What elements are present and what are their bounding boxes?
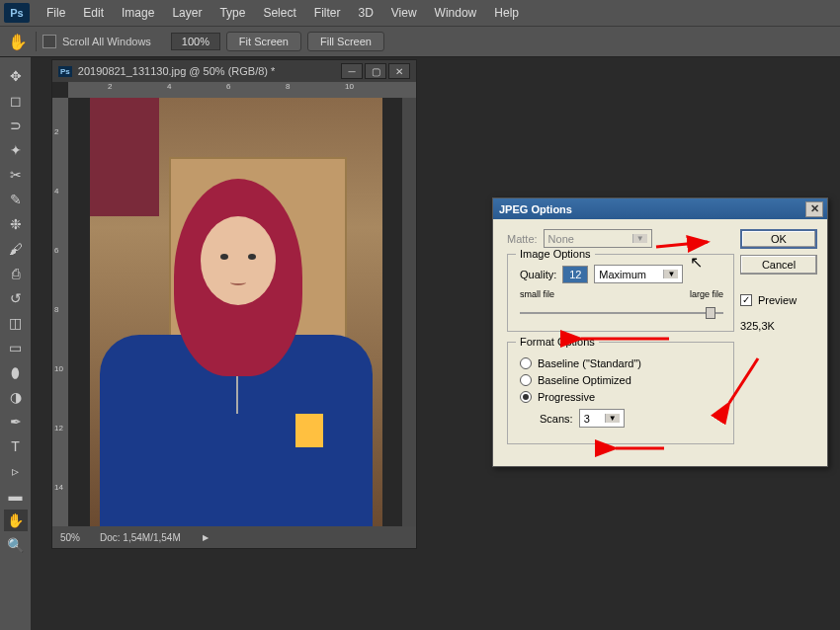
fit-screen-button[interactable]: Fit Screen — [226, 32, 301, 51]
menu-filter[interactable]: Filter — [305, 2, 350, 24]
scroll-all-label: Scroll All Windows — [62, 36, 151, 47]
progressive-radio[interactable] — [520, 391, 532, 403]
scans-select[interactable]: 3▼ — [579, 409, 625, 428]
scans-label: Scans: — [540, 413, 573, 425]
image-options-legend: Image Options — [516, 248, 595, 260]
ok-button[interactable]: OK — [740, 229, 817, 249]
baseline-opt-radio[interactable] — [520, 374, 532, 386]
ps-mini-icon: Ps — [58, 66, 72, 77]
scroll-all-checkbox[interactable] — [42, 35, 56, 48]
type-tool[interactable]: T — [4, 435, 28, 457]
app-logo: Ps — [4, 3, 30, 23]
brush-tool[interactable]: 🖌 — [4, 238, 28, 260]
menu-3d[interactable]: 3D — [349, 2, 381, 24]
filesize-label: 325,3K — [740, 320, 817, 332]
fill-screen-button[interactable]: Fill Screen — [307, 32, 384, 51]
shape-tool[interactable]: ▬ — [4, 485, 28, 507]
baseline-std-radio[interactable] — [520, 357, 532, 369]
format-options-group: Format Options Baseline ("Standard") Bas… — [507, 342, 734, 444]
tools-panel: ✥ ◻ ⊃ ✦ ✂ ✎ ❉ 🖌 ⎙ ↺ ◫ ▭ ⬮ ◑ ✒ T ▹ ▬ ✋ 🔍 — [0, 57, 32, 630]
menu-layer[interactable]: Layer — [163, 2, 210, 24]
menu-bar: Ps File Edit Image Layer Type Select Fil… — [0, 0, 840, 26]
maximize-button[interactable]: ▢ — [365, 63, 386, 79]
baseline-std-label: Baseline ("Standard") — [538, 357, 641, 369]
hand-tool-icon: ✋ — [6, 30, 30, 53]
quality-slider[interactable] — [520, 305, 723, 321]
menu-help[interactable]: Help — [485, 2, 528, 24]
move-tool[interactable]: ✥ — [4, 65, 28, 87]
menu-select[interactable]: Select — [254, 2, 304, 24]
format-options-legend: Format Options — [516, 336, 599, 348]
zoom-input[interactable]: 100% — [171, 33, 220, 50]
menu-view[interactable]: View — [382, 2, 426, 24]
matte-label: Matte: — [507, 233, 538, 245]
document-window: Ps 20190821_131130.jpg @ 50% (RGB/8) * ─… — [51, 59, 417, 549]
marquee-tool[interactable]: ◻ — [4, 90, 28, 112]
dodge-tool[interactable]: ◑ — [4, 386, 28, 408]
dialog-titlebar[interactable]: JPEG Options ✕ — [493, 198, 827, 219]
horizontal-ruler: 2 4 6 8 10 — [68, 82, 416, 98]
document-tab[interactable]: Ps 20190821_131130.jpg @ 50% (RGB/8) * ─… — [52, 60, 416, 82]
dialog-title: JPEG Options — [499, 203, 572, 215]
small-file-label: small file — [520, 289, 554, 299]
slider-thumb[interactable] — [706, 307, 715, 319]
hand-tool[interactable]: ✋ — [4, 510, 28, 531]
zoom-tool[interactable]: 🔍 — [4, 534, 28, 556]
zoom-status[interactable]: 50% — [60, 532, 80, 543]
canvas[interactable] — [68, 98, 402, 526]
menu-image[interactable]: Image — [113, 2, 163, 24]
vertical-ruler: 2 4 6 8 10 12 14 — [52, 98, 68, 526]
eraser-tool[interactable]: ◫ — [4, 312, 28, 334]
document-title: 20190821_131130.jpg @ 50% (RGB/8) * — [78, 65, 276, 77]
status-flyout-icon[interactable]: ▶ — [203, 533, 209, 542]
minimize-button[interactable]: ─ — [341, 63, 363, 79]
heal-tool[interactable]: ❉ — [4, 213, 28, 235]
status-bar: 50% Doc: 1,54M/1,54M ▶ — [52, 526, 416, 548]
menu-window[interactable]: Window — [426, 2, 486, 24]
lasso-tool[interactable]: ⊃ — [4, 115, 28, 136]
cursor-icon: ↖ — [690, 253, 703, 272]
menu-file[interactable]: File — [38, 2, 74, 24]
large-file-label: large file — [690, 289, 723, 299]
history-brush-tool[interactable]: ↺ — [4, 287, 28, 309]
wand-tool[interactable]: ✦ — [4, 139, 28, 161]
photo-content — [90, 98, 382, 530]
progressive-label: Progressive — [538, 391, 595, 403]
dialog-close-button[interactable]: ✕ — [805, 201, 823, 217]
preview-checkbox[interactable]: ✓ — [740, 294, 752, 306]
quality-input[interactable]: 12 — [562, 266, 588, 283]
preview-label: Preview — [758, 294, 797, 306]
matte-select: None▼ — [544, 229, 652, 248]
gradient-tool[interactable]: ▭ — [4, 337, 28, 358]
jpeg-options-dialog: JPEG Options ✕ OK Cancel ✓ Preview 325,3… — [492, 197, 828, 467]
path-tool[interactable]: ▹ — [4, 460, 28, 482]
stamp-tool[interactable]: ⎙ — [4, 263, 28, 284]
doc-size-status: Doc: 1,54M/1,54M — [100, 532, 181, 543]
quality-preset-select[interactable]: Maximum▼ — [594, 265, 683, 283]
baseline-opt-label: Baseline Optimized — [538, 374, 631, 386]
options-bar: ✋ Scroll All Windows 100% Fit Screen Fil… — [0, 26, 840, 57]
workspace: Ps 20190821_131130.jpg @ 50% (RGB/8) * ─… — [32, 57, 840, 630]
cancel-button[interactable]: Cancel — [740, 255, 817, 275]
blur-tool[interactable]: ⬮ — [4, 361, 28, 383]
vertical-scrollbar[interactable] — [402, 98, 416, 526]
menu-type[interactable]: Type — [210, 2, 254, 24]
crop-tool[interactable]: ✂ — [4, 164, 28, 186]
close-doc-button[interactable]: ✕ — [388, 63, 410, 79]
menu-edit[interactable]: Edit — [74, 2, 113, 24]
pen-tool[interactable]: ✒ — [4, 411, 28, 433]
eyedropper-tool[interactable]: ✎ — [4, 189, 28, 210]
quality-label: Quality: — [520, 269, 556, 280]
